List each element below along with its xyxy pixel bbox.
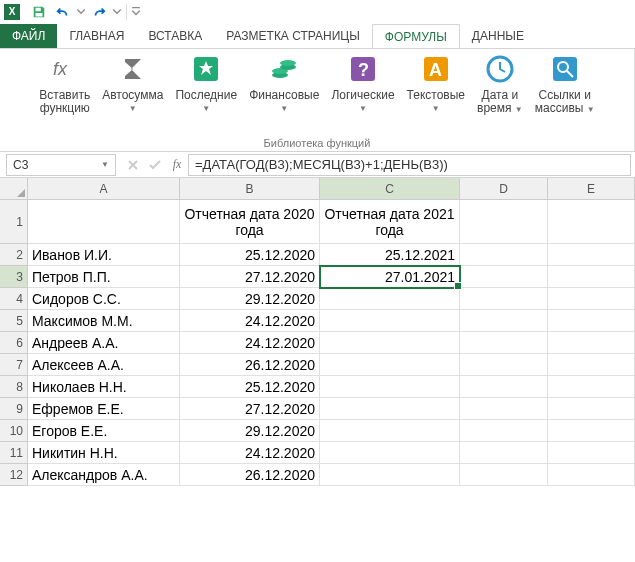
cell[interactable]	[460, 310, 548, 332]
tab-file[interactable]: ФАЙЛ	[0, 24, 57, 48]
row-header[interactable]: 11	[0, 442, 28, 464]
datetime-button[interactable]: Дата ивремя ▼	[471, 51, 529, 117]
undo-dropdown[interactable]	[76, 1, 86, 23]
cell[interactable]: Александров А.А.	[28, 464, 180, 486]
cell[interactable]: 24.12.2020	[180, 442, 320, 464]
cell[interactable]	[460, 332, 548, 354]
cell[interactable]: 27.12.2020	[180, 266, 320, 288]
cell[interactable]	[548, 200, 635, 244]
cell[interactable]: Никитин Н.Н.	[28, 442, 180, 464]
redo-dropdown[interactable]	[112, 1, 122, 23]
row-header[interactable]: 5	[0, 310, 28, 332]
row-header[interactable]: 12	[0, 464, 28, 486]
text-button[interactable]: A Текстовые ▼	[401, 51, 471, 115]
formula-input[interactable]: =ДАТА(ГОД(B3);МЕСЯЦ(B3)+1;ДЕНЬ(B3))	[188, 154, 631, 176]
logical-button[interactable]: ? Логические ▼	[325, 51, 400, 115]
tab-home[interactable]: ГЛАВНАЯ	[57, 24, 136, 48]
cell[interactable]	[548, 332, 635, 354]
cell[interactable]	[548, 266, 635, 288]
row-header[interactable]: 8	[0, 376, 28, 398]
cell[interactable]	[320, 332, 460, 354]
cell[interactable]	[548, 442, 635, 464]
row-header[interactable]: 9	[0, 398, 28, 420]
cell[interactable]	[28, 200, 180, 244]
cell[interactable]: 27.01.2021	[320, 266, 460, 288]
cell[interactable]: 24.12.2020	[180, 310, 320, 332]
cell[interactable]	[548, 310, 635, 332]
col-header[interactable]: A	[28, 178, 180, 200]
cell[interactable]	[460, 266, 548, 288]
cell[interactable]: 25.12.2021	[320, 244, 460, 266]
col-header[interactable]: C	[320, 178, 460, 200]
row-header[interactable]: 4	[0, 288, 28, 310]
cell[interactable]	[320, 288, 460, 310]
row-header[interactable]: 6	[0, 332, 28, 354]
save-button[interactable]	[28, 1, 50, 23]
cell[interactable]: Андреев А.А.	[28, 332, 180, 354]
cell[interactable]: Ефремов Е.Е.	[28, 398, 180, 420]
financial-button[interactable]: Финансовые ▼	[243, 51, 325, 115]
undo-button[interactable]	[52, 1, 74, 23]
cell[interactable]	[548, 354, 635, 376]
cell[interactable]	[320, 398, 460, 420]
cell[interactable]: Сидоров С.С.	[28, 288, 180, 310]
row-header[interactable]: 1	[0, 200, 28, 244]
row-header[interactable]: 3	[0, 266, 28, 288]
cell[interactable]	[320, 420, 460, 442]
enter-formula-button[interactable]	[144, 154, 166, 176]
tab-formulas[interactable]: ФОРМУЛЫ	[372, 24, 460, 48]
cell[interactable]: 29.12.2020	[180, 288, 320, 310]
cell[interactable]: Алексеев А.А.	[28, 354, 180, 376]
cell[interactable]: 27.12.2020	[180, 398, 320, 420]
cell[interactable]: Отчетная дата 2020 года	[180, 200, 320, 244]
redo-button[interactable]	[88, 1, 110, 23]
lookup-button[interactable]: Ссылки имассивы ▼	[529, 51, 601, 117]
cell[interactable]: Отчетная дата 2021 года	[320, 200, 460, 244]
fx-button[interactable]: fx	[166, 154, 188, 176]
row-header[interactable]: 10	[0, 420, 28, 442]
cell[interactable]: Николаев Н.Н.	[28, 376, 180, 398]
cell[interactable]	[548, 288, 635, 310]
row-header[interactable]: 7	[0, 354, 28, 376]
cell[interactable]: Петров П.П.	[28, 266, 180, 288]
tab-page-layout[interactable]: РАЗМЕТКА СТРАНИЦЫ	[214, 24, 372, 48]
cell[interactable]	[460, 354, 548, 376]
cell[interactable]	[320, 354, 460, 376]
cell[interactable]	[460, 244, 548, 266]
cell[interactable]: 29.12.2020	[180, 420, 320, 442]
cell[interactable]	[320, 442, 460, 464]
cell[interactable]	[460, 442, 548, 464]
cell[interactable]	[460, 398, 548, 420]
cell[interactable]	[548, 464, 635, 486]
cell[interactable]: 25.12.2020	[180, 376, 320, 398]
cell[interactable]	[460, 200, 548, 244]
cell[interactable]	[320, 310, 460, 332]
cell[interactable]	[548, 398, 635, 420]
cell[interactable]	[320, 376, 460, 398]
insert-function-button[interactable]: fx Вставитьфункцию	[33, 51, 96, 117]
cancel-formula-button[interactable]	[122, 154, 144, 176]
col-header[interactable]: E	[548, 178, 635, 200]
recently-used-button[interactable]: Последние ▼	[169, 51, 243, 115]
chevron-down-icon[interactable]: ▼	[101, 160, 109, 169]
name-box[interactable]: ▼	[6, 154, 116, 176]
cell[interactable]: 26.12.2020	[180, 354, 320, 376]
cell[interactable]	[460, 464, 548, 486]
cell[interactable]: 26.12.2020	[180, 464, 320, 486]
tab-insert[interactable]: ВСТАВКА	[136, 24, 214, 48]
col-header[interactable]: B	[180, 178, 320, 200]
cell[interactable]	[548, 376, 635, 398]
cell[interactable]: Егоров Е.Е.	[28, 420, 180, 442]
cell[interactable]	[460, 376, 548, 398]
cell[interactable]: 24.12.2020	[180, 332, 320, 354]
cell[interactable]	[548, 420, 635, 442]
col-header[interactable]: D	[460, 178, 548, 200]
cell[interactable]: Иванов И.И.	[28, 244, 180, 266]
select-all-button[interactable]	[0, 178, 28, 200]
cell[interactable]	[320, 464, 460, 486]
cell[interactable]: Максимов М.М.	[28, 310, 180, 332]
cell[interactable]	[548, 244, 635, 266]
autosum-button[interactable]: Автосумма ▼	[96, 51, 169, 115]
cell[interactable]	[460, 420, 548, 442]
tab-data[interactable]: ДАННЫЕ	[460, 24, 536, 48]
